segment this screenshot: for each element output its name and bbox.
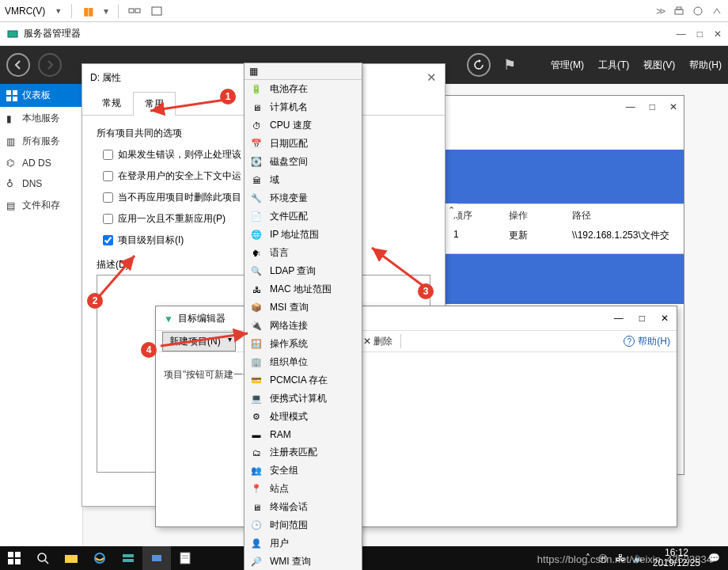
taskbar-explorer[interactable] (57, 546, 85, 570)
minimize-icon[interactable]: — (626, 101, 635, 112)
table-row[interactable]: 1 更新 \\192.168.1.253\文件交 (444, 227, 684, 244)
taskbar-servermanager[interactable] (114, 546, 142, 570)
sidebar-item-file[interactable]: ▤文件和存 (0, 194, 82, 217)
checkbox[interactable] (103, 150, 113, 160)
fast-forward-icon[interactable]: ≫ (656, 6, 666, 17)
menu-help[interactable]: 帮助(H) (689, 59, 722, 72)
pause-icon[interactable]: ▮▮ (82, 5, 94, 17)
context-menu-item[interactable]: ⚙处理模式 (245, 408, 362, 426)
close-icon[interactable]: ✕ (669, 101, 677, 112)
menu-item-icon: ⏱ (249, 120, 264, 132)
menu-item-label: MSI 查询 (270, 301, 309, 314)
sidebar: 仪表板 ▮本地服务 ▥所有服务 ⌬AD DS ♁DNS ▤文件和存 (0, 84, 83, 546)
checkbox[interactable] (103, 235, 113, 245)
context-menu-item[interactable]: 🖧MAC 地址范围 (245, 280, 362, 298)
sidebar-item-adds[interactable]: ⌬AD DS (0, 153, 82, 173)
context-menu-item[interactable]: 🏢组织单位 (245, 353, 362, 371)
context-menu-item[interactable]: 🌐IP 地址范围 (245, 226, 362, 244)
maximize-icon[interactable]: □ (650, 101, 655, 112)
checkbox[interactable] (103, 214, 113, 224)
taskbar-ie[interactable] (85, 546, 114, 570)
maximize-icon[interactable]: □ (697, 28, 703, 40)
tab-common[interactable]: 常用 (133, 92, 176, 116)
svg-rect-25 (152, 555, 161, 561)
close-icon[interactable]: ✕ (427, 70, 437, 85)
sidebar-item-label: 本地服务 (22, 112, 60, 125)
context-menu-item[interactable]: ⏱CPU 速度 (245, 116, 362, 135)
menu-item-icon: 🔍 (249, 265, 264, 278)
menu-view[interactable]: 视图(V) (643, 59, 675, 72)
svg-rect-1 (135, 9, 140, 13)
connector-icon[interactable] (711, 5, 723, 17)
context-menu-item[interactable]: 🖥终端会话 (245, 498, 362, 516)
context-menu-item[interactable]: 👥安全组 (245, 462, 362, 480)
menu-item-label: 文件匹配 (270, 210, 308, 223)
context-menu-item[interactable]: 📄文件匹配 (245, 207, 362, 226)
vmrc-label[interactable]: VMRC(V) (5, 6, 45, 17)
context-menu-item[interactable]: 🔋电池存在 (245, 80, 362, 98)
taskbar-notepad[interactable] (171, 546, 199, 570)
context-menu-item[interactable]: 💽磁盘空间 (245, 153, 362, 171)
context-menu-item[interactable]: 🕒时间范围 (245, 516, 362, 534)
menu-tools[interactable]: 工具(T) (598, 59, 629, 72)
close-icon[interactable]: ✕ (714, 28, 722, 40)
context-menu-item[interactable]: 📅日期匹配 (245, 135, 362, 153)
maximize-icon[interactable]: □ (639, 313, 645, 324)
taskbar-gpo[interactable] (142, 546, 171, 570)
context-menu-item[interactable]: 🏛域 (245, 171, 362, 189)
menu-item-label: LDAP 查询 (270, 264, 316, 278)
gpo-content: 示(T)... ⌃ 顺序 操作 路径 1 更新 \\192.168.1.253\… (444, 150, 684, 304)
context-menu-item[interactable]: 👤用户 (245, 534, 362, 553)
context-menu-item[interactable]: 💻便携式计算机 (245, 390, 362, 408)
close-icon[interactable]: ✕ (661, 313, 669, 324)
svg-point-5 (694, 7, 702, 15)
minimize-icon[interactable]: — (614, 313, 624, 324)
context-menu-item[interactable]: 🗂注册表匹配 (245, 443, 362, 462)
context-menu-item[interactable]: 🔎WMI 查询 (245, 553, 362, 570)
sidebar-item-dashboard[interactable]: 仪表板 (0, 84, 82, 107)
context-menu-item[interactable]: 🔍LDAP 查询 (245, 262, 362, 280)
properties-title: D: 属性 (90, 71, 121, 85)
menu-item-label: 磁盘空间 (270, 155, 308, 169)
menu-grip-icon[interactable]: ▦ (249, 66, 258, 77)
checkbox[interactable] (103, 171, 113, 181)
minimize-icon[interactable]: — (677, 28, 686, 40)
svg-rect-16 (15, 552, 21, 557)
sidebar-item-all[interactable]: ▥所有服务 (0, 130, 82, 153)
menu-item-icon: 📍 (249, 483, 264, 496)
nav-back-icon[interactable] (6, 53, 30, 77)
menu-manage[interactable]: 管理(M) (551, 59, 584, 72)
tab-general[interactable]: 常规 (90, 91, 133, 115)
flag-icon[interactable]: ⚑ (503, 56, 516, 74)
new-item-dropdown[interactable]: 新建项目(N) (162, 332, 236, 352)
menu-item-label: CPU 速度 (270, 119, 312, 132)
context-menu-item[interactable]: 🪟操作系统 (245, 335, 362, 353)
context-menu-item[interactable]: 📦MSI 查询 (245, 298, 362, 317)
context-menu-item[interactable]: 🖥计算机名 (245, 98, 362, 116)
context-menu-item[interactable]: 💳PCMCIA 存在 (245, 371, 362, 390)
power-icon[interactable]: ▾ (104, 6, 108, 17)
checkbox[interactable] (103, 192, 113, 203)
context-menu-item[interactable]: 🔌网络连接 (245, 317, 362, 335)
expand-icon[interactable]: ⌃ (446, 203, 457, 217)
send-keys-icon[interactable] (128, 5, 141, 17)
refresh-icon[interactable] (467, 53, 491, 77)
fullscreen-icon[interactable] (150, 5, 163, 17)
svg-rect-15 (8, 552, 13, 557)
context-menu-item[interactable]: ▬RAM (245, 426, 362, 443)
help-link[interactable]: ? 帮助(H) (624, 335, 670, 348)
printer-icon[interactable] (673, 5, 685, 17)
context-menu-item[interactable]: 📍站点 (245, 480, 362, 498)
context-menu-item[interactable]: 🗣语言 (245, 244, 362, 262)
menu-item-icon: 🏢 (249, 356, 264, 369)
col-order: 顺序 (453, 209, 485, 222)
search-icon[interactable] (28, 546, 57, 570)
sidebar-item-local[interactable]: ▮本地服务 (0, 107, 82, 130)
chevron-down-icon[interactable]: ▼ (55, 7, 62, 15)
context-menu-item[interactable]: 🔧环境变量 (245, 189, 362, 207)
start-button[interactable] (0, 546, 28, 570)
delete-label[interactable]: ✕ 删除 (363, 335, 392, 348)
target-editor-hint: 项目"按钮可新建一个目标项目 (156, 352, 677, 397)
sidebar-item-dns[interactable]: ♁DNS (0, 173, 82, 194)
disk-icon[interactable] (692, 5, 704, 17)
